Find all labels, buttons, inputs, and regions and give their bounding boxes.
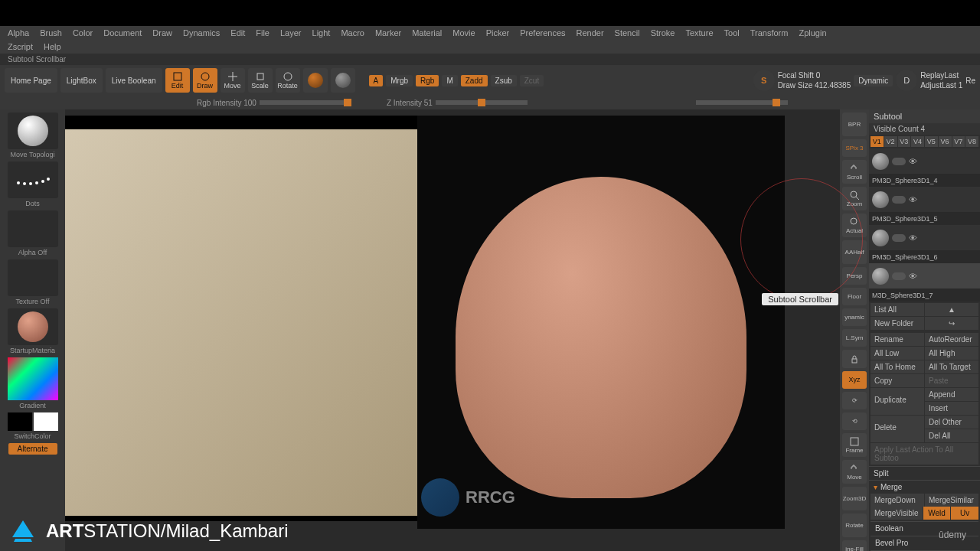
line-fill-button[interactable]: ine-Fill xyxy=(842,540,867,551)
scroll-button[interactable]: Scroll xyxy=(842,160,867,184)
material-selector[interactable] xyxy=(8,308,58,345)
all-high-button[interactable]: All High xyxy=(925,347,978,360)
eye-icon[interactable]: 👁 xyxy=(909,157,920,166)
draw-mode-button[interactable]: Draw xyxy=(193,68,217,93)
menu-zplugin[interactable]: Zplugin xyxy=(799,28,826,37)
uv-button[interactable]: Uv xyxy=(951,507,978,520)
spix-button[interactable]: SPix 3 xyxy=(842,139,867,157)
subtool-row[interactable]: 👁 xyxy=(869,187,980,213)
menu-material[interactable]: Material xyxy=(412,28,442,37)
switch-color-button[interactable]: SwitchColor xyxy=(14,432,51,440)
lock-button[interactable] xyxy=(842,350,867,367)
sculpt-canvas[interactable] xyxy=(417,116,785,529)
bpr-button[interactable]: BPR xyxy=(842,112,867,136)
merge-down-button[interactable]: MergeDown xyxy=(871,494,924,507)
gradient-label[interactable]: Gradient xyxy=(19,402,46,409)
menu-render[interactable]: Render xyxy=(577,28,604,37)
lightbox-button[interactable]: LightBox xyxy=(60,68,103,93)
subtool-toggle[interactable] xyxy=(892,272,906,280)
zadd-button[interactable]: Zadd xyxy=(461,75,488,86)
subtool-row[interactable]: 👁 xyxy=(869,263,980,289)
append-button[interactable]: Append xyxy=(925,388,978,401)
menu-stroke[interactable]: Stroke xyxy=(651,28,675,37)
merge-visible-button[interactable]: MergeVisible xyxy=(871,507,923,520)
menu-draw[interactable]: Draw xyxy=(152,28,172,37)
menu-tool[interactable]: Tool xyxy=(724,28,740,37)
folder-arrow-button[interactable]: ↪ xyxy=(925,317,978,330)
menu-movie[interactable]: Movie xyxy=(452,28,475,37)
secondary-color-swatch[interactable] xyxy=(8,412,32,431)
scale-mode-button[interactable]: Scale xyxy=(248,68,273,93)
menu-transform[interactable]: Transform xyxy=(750,28,789,37)
menu-document[interactable]: Document xyxy=(103,28,142,37)
dynamic-rail-button[interactable]: ynamic xyxy=(842,308,867,326)
menu-light[interactable]: Light xyxy=(312,28,331,37)
a-button[interactable]: A xyxy=(369,75,384,86)
texture-selector[interactable] xyxy=(8,259,58,296)
insert-button[interactable]: Insert xyxy=(925,402,978,415)
home-page-button[interactable]: Home Page xyxy=(5,68,57,93)
primary-color-swatch[interactable] xyxy=(34,412,58,431)
z-intensity-slider[interactable]: Z Intensity 51 xyxy=(387,99,433,107)
all-low-button[interactable]: All Low xyxy=(871,347,924,360)
menu-texture[interactable]: Texture xyxy=(685,28,713,37)
move-mode-button[interactable]: Move xyxy=(220,68,245,93)
del-other-button[interactable]: Del Other xyxy=(925,416,978,429)
sphere-button[interactable] xyxy=(331,68,355,93)
gizmo-button[interactable] xyxy=(303,68,328,93)
menu-picker[interactable]: Picker xyxy=(486,28,510,37)
draw-size-slider[interactable]: Draw Size 412.48385 xyxy=(778,81,851,90)
visibility-tab-5[interactable]: V5 xyxy=(925,136,938,147)
floor-button[interactable]: Floor xyxy=(842,288,867,305)
menu-help[interactable]: Help xyxy=(44,42,61,51)
frame-button[interactable]: Frame xyxy=(842,433,867,457)
transp-button[interactable]: ⟳ xyxy=(842,392,867,409)
replay-last-button[interactable]: ReplayLast xyxy=(920,71,962,80)
xyz-button[interactable]: Xyz xyxy=(842,371,867,389)
m-button[interactable]: M xyxy=(442,75,457,86)
apply-last-action-button[interactable]: Apply Last Action To All Subtoo xyxy=(871,443,978,465)
subtool-toggle[interactable] xyxy=(892,234,906,242)
subtool-toggle[interactable] xyxy=(892,196,906,204)
zcut-button[interactable]: Zcut xyxy=(520,75,544,86)
delete-button[interactable]: Delete xyxy=(871,416,924,442)
rotate-mode-button[interactable]: Rotate xyxy=(276,68,300,93)
color-picker[interactable] xyxy=(8,357,58,400)
s-icon[interactable]: S xyxy=(753,70,775,91)
panel-title[interactable]: Subtool xyxy=(869,109,980,123)
menu-macro[interactable]: Macro xyxy=(341,28,364,37)
del-all-button[interactable]: Del All xyxy=(925,429,978,442)
eye-icon[interactable]: 👁 xyxy=(909,233,920,243)
alpha-selector[interactable] xyxy=(8,210,58,247)
rename-button[interactable]: Rename xyxy=(871,333,924,346)
all-to-home-button[interactable]: All To Home xyxy=(871,360,924,373)
subtool-toggle[interactable] xyxy=(892,158,906,165)
visibility-tab-2[interactable]: V2 xyxy=(884,136,897,147)
copy-button[interactable]: Copy xyxy=(871,374,924,387)
alternate-button[interactable]: Alternate xyxy=(8,443,57,455)
all-to-target-button[interactable]: All To Target xyxy=(925,360,978,373)
stroke-selector[interactable] xyxy=(8,161,58,198)
move3d-button[interactable]: Move xyxy=(842,460,867,484)
rgb-intensity-slider[interactable]: Rgb Intensity 100 xyxy=(197,99,256,107)
brush-selector[interactable] xyxy=(8,112,58,149)
duplicate-button[interactable]: Duplicate xyxy=(871,388,924,415)
ghost-button[interactable]: ⟲ xyxy=(842,412,867,430)
rotate3d-button[interactable]: Rotate xyxy=(842,514,867,537)
focal-shift-slider[interactable]: Focal Shift 0 xyxy=(778,71,851,80)
menu-file[interactable]: File xyxy=(256,28,270,37)
visibility-tab-3[interactable]: V3 xyxy=(898,136,911,147)
zoom3d-button[interactable]: Zoom3D xyxy=(842,487,867,510)
dynamic-button[interactable]: Dynamic xyxy=(854,75,893,86)
merge-similar-button[interactable]: MergeSimilar xyxy=(925,494,978,507)
visibility-tab-8[interactable]: V8 xyxy=(965,136,978,147)
new-folder-button[interactable]: New Folder xyxy=(871,317,924,330)
menu-dynamics[interactable]: Dynamics xyxy=(183,28,220,37)
visibility-tab-4[interactable]: V4 xyxy=(911,136,924,147)
merge-section[interactable]: ▾Merge xyxy=(869,480,980,494)
eye-icon[interactable]: 👁 xyxy=(909,195,920,204)
subtool-row[interactable]: 👁 xyxy=(869,225,980,251)
arrow-up-button[interactable]: ▲ xyxy=(925,303,978,316)
list-all-button[interactable]: List All xyxy=(871,303,924,316)
subtool-row[interactable]: 👁 xyxy=(869,148,980,174)
